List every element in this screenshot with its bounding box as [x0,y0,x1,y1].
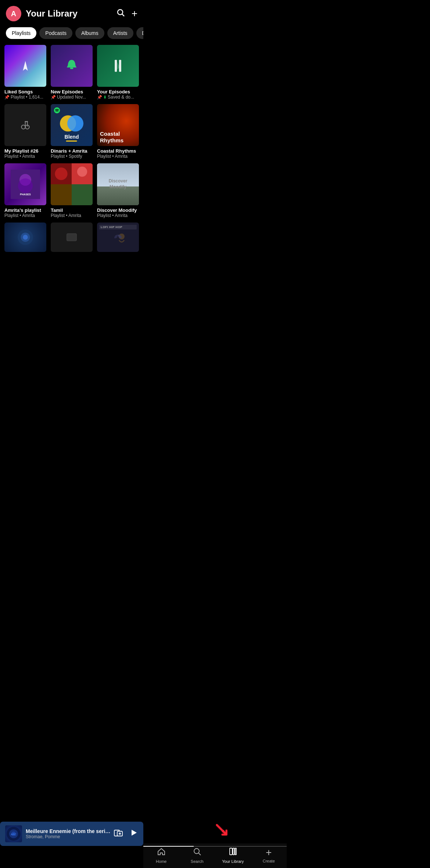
blend-thumb: Blend [51,104,93,146]
discover-text: DiscoverMoodify [109,178,128,190]
your-episodes-title: Your Episodes [97,89,139,95]
grid-item-blend[interactable]: Blend Dinaris + Amrita Playlist • Spotif… [51,104,93,159]
svg-marker-2 [23,61,28,71]
grid-item-lofi[interactable]: LOFI HIP HOP [97,223,139,254]
grid-item-your-episodes[interactable]: Your Episodes 📌 ⬇ Saved & do... [97,45,139,100]
svg-rect-5 [119,60,121,72]
playlist26-thumb [4,104,46,146]
blend-label: Blend [65,134,79,142]
filter-bar: Playlists Podcasts Albums Artists Downlo… [0,24,143,43]
partial2-thumb [51,223,93,252]
svg-rect-4 [115,60,117,72]
svg-rect-10 [25,121,28,122]
page-title: Your Library [26,8,78,19]
filter-playlists[interactable]: Playlists [6,27,36,39]
svg-point-16 [18,178,33,193]
svg-point-21 [77,167,87,177]
grid-item-coastal[interactable]: CoastalRhythms Coastal Rhythms Playlist … [97,104,139,159]
svg-point-6 [21,125,25,129]
pin-icon-2: 📌 [51,95,56,100]
tamil-title: Tamil [51,207,93,213]
new-episodes-thumb [51,45,93,87]
grid-item-discover[interactable]: DiscoverMoodify Discover Moodify Playlis… [97,163,139,218]
svg-point-0 [118,10,123,15]
new-episodes-subtitle: 📌 Updated Nov... [51,95,93,100]
filter-downloaded[interactable]: Downloaded [136,27,143,39]
coastal-title: Coastal Rhythms [97,148,139,154]
blend-subtitle: Playlist • Spotify [51,154,93,159]
pin-icon: 📌 [4,95,10,100]
coastal-text: CoastalRhythms [100,131,123,144]
grid-item-amrita[interactable]: PHASES Amrita's playlist Playlist • Amri… [4,163,46,218]
library-grid: Liked Songs 📌 Playlist • 1,614... New Ep… [0,43,143,218]
svg-rect-23 [72,184,93,205]
filter-podcasts[interactable]: Podcasts [39,27,72,39]
blend-circles [59,113,85,135]
tamil-thumb [51,163,93,205]
grid-partial-row: LOFI HIP HOP [0,218,143,254]
svg-point-26 [23,235,28,239]
lofi-badge: LOFI HIP HOP [99,225,137,230]
playlist26-subtitle: Playlist • Amrita [4,154,46,159]
indigo-thumb [4,223,46,252]
header-icons: + [116,8,137,19]
coastal-thumb: CoastalRhythms [97,104,139,146]
your-episodes-thumb [97,45,139,87]
liked-songs-subtitle: 📌 Playlist • 1,614... [4,95,46,100]
search-icon[interactable] [116,8,125,19]
grid-item-partial2[interactable] [51,223,93,254]
svg-rect-27 [67,234,77,241]
amrita-thumb: PHASES [4,163,46,205]
coastal-subtitle: Playlist • Amrita [97,154,139,159]
avatar[interactable]: A [6,6,21,21]
tamil-subtitle: Playlist • Amrita [51,213,93,218]
header-left: A Your Library [6,6,78,21]
discover-subtitle: Playlist • Amrita [97,213,139,218]
your-episodes-subtitle: 📌 ⬇ Saved & do... [97,95,139,100]
header: A Your Library + [0,0,143,24]
svg-text:PHASES: PHASES [20,193,31,196]
playlist26-title: My Playlist #26 [4,148,46,154]
blend-title: Dinaris + Amrita [51,148,93,154]
new-episodes-title: New Episodes [51,89,93,95]
svg-point-19 [55,167,67,180]
svg-point-13 [67,115,83,132]
discover-thumb: DiscoverMoodify [97,163,139,205]
filter-albums[interactable]: Albums [75,27,104,39]
pin-icon-3: 📌 [97,95,102,100]
amrita-playlist-subtitle: Playlist • Amrita [4,213,46,218]
grid-item-indigo[interactable] [4,223,46,254]
svg-line-1 [122,14,124,17]
grid-item-playlist26[interactable]: My Playlist #26 Playlist • Amrita [4,104,46,159]
liked-songs-thumb [4,45,46,87]
add-icon[interactable]: + [132,8,137,19]
download-icon: ⬇ [103,95,107,100]
grid-item-liked-songs[interactable]: Liked Songs 📌 Playlist • 1,614... [4,45,46,100]
filter-artists[interactable]: Artists [107,27,133,39]
amrita-playlist-title: Amrita's playlist [4,207,46,213]
svg-rect-3 [70,67,74,69]
discover-title: Discover Moodify [97,207,139,213]
grid-item-new-episodes[interactable]: New Episodes 📌 Updated Nov... [51,45,93,100]
lofi-thumb: LOFI HIP HOP [97,223,139,252]
grid-item-tamil[interactable]: Tamil Playlist • Amrita [51,163,93,218]
liked-songs-title: Liked Songs [4,89,46,95]
svg-rect-22 [51,184,72,205]
